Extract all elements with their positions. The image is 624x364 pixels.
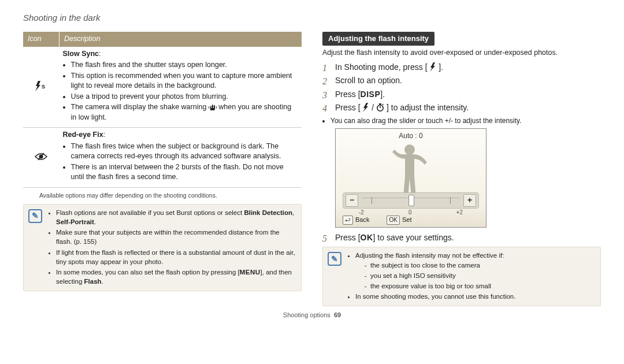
option-bullet: Use a tripod to prevent your photos from… [71,92,299,102]
step-item: Press [ / ] to adjust the intensity. [322,102,601,114]
step-item: Press [OK] to save your settings. [322,232,601,244]
ok-key-label: OK [387,216,399,225]
note-box-left: ✎ Flash options are not available if you… [23,204,302,291]
note-item: In some shooting modes, you cannot use t… [355,292,515,301]
back-icon: ⮐ [343,216,353,225]
option-bullet: There is an interval between the 2 burst… [71,162,299,183]
note-box-right: ✎ Adjusting the flash intensity may not … [322,247,601,306]
flash-slow-sync-icon: S [34,83,48,91]
flash-icon [361,103,372,112]
hand-shake-icon [209,103,218,111]
flash-icon [428,62,439,72]
slider-minus-button[interactable]: − [346,194,358,207]
note-icon: ✎ [328,252,341,266]
step-sub: You can also drag the slider or touch +/… [330,116,601,126]
page-section-title: Shooting in the dark [23,12,601,24]
slider-plus-button[interactable]: + [463,194,476,207]
section-header: Adjusting the flash intensity [322,32,434,46]
note-subitem: you set a high ISO sensitivity [370,271,515,280]
step-item: Scroll to an option. [322,75,601,87]
slider-knob[interactable] [408,195,414,206]
svg-text:S: S [42,84,45,90]
note-icon: ✎ [28,209,42,223]
step-item: In Shooting mode, press [ ]. [322,62,601,73]
section-intro: Adjust the flash intensity to avoid over… [322,48,601,58]
camera-screen-preview: Auto : 0 − + -2 0 +2 [335,128,486,228]
col-header-icon: Icon [23,32,60,47]
step-item: Press [DISP]. [322,89,601,101]
page-footer: Shooting options 69 [23,311,601,320]
col-header-desc: Description [60,32,302,47]
screen-mode-label: Auto : 0 [336,131,486,141]
option-bullet: This option is recommended when you want… [71,71,299,91]
option-title: Red-eye Fix [63,131,103,139]
option-bullet: The flash fires twice when the subject o… [71,142,299,162]
note-item: In some modes, you can also set the flas… [56,268,296,286]
table-row: S Slow Sync: The flash fires and the shu… [23,47,302,128]
note-subitem: the exposure value is too big or too sma… [370,281,515,291]
note-item: Flash options are not available if you s… [56,208,296,226]
table-footnote: Available options may differ depending o… [39,191,302,200]
option-bullet: The flash fires and the shutter stays op… [71,60,299,70]
timer-icon [374,103,387,112]
red-eye-fix-icon [35,153,47,161]
svg-line-5 [382,104,384,105]
note-item: Adjusting the flash intensity may not be… [355,251,515,290]
ok-button-label: OK [361,233,373,242]
note-item: Make sure that your subjects are within … [56,228,296,246]
disp-button-label: DISP [361,90,381,99]
set-label: Set [402,216,412,224]
option-title: Slow Sync [63,50,99,58]
note-item: If light from the flash is reflected or … [56,248,296,266]
note-subitem: the subject is too close to the camera [370,261,515,270]
menu-button-label: MENU [240,269,261,276]
slider-tick-label: +2 [456,209,463,217]
back-label: Back [355,216,369,224]
svg-point-6 [404,144,415,155]
intensity-slider[interactable]: − + [343,192,479,209]
table-row: Red-eye Fix: The flash fires twice when … [23,128,302,188]
svg-rect-3 [379,103,381,105]
flash-options-table: Icon Description S Slow Sync: The flash … [23,32,302,188]
option-bullet: The camera will display the shake warnin… [71,102,299,122]
